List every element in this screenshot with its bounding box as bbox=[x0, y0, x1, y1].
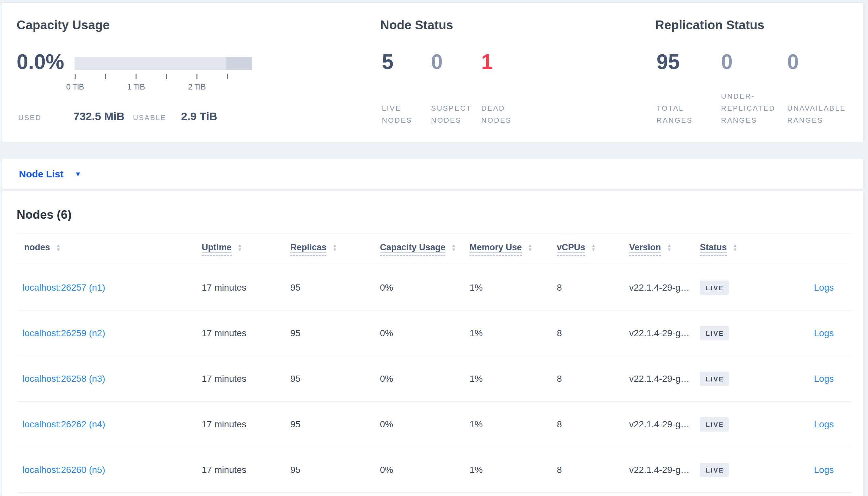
node-link[interactable]: localhost:26260 (n5) bbox=[23, 465, 105, 475]
logs-link[interactable]: Logs bbox=[814, 328, 834, 339]
column-header-memory-use[interactable]: Memory Use ▲▼ bbox=[469, 243, 533, 256]
label-line: TOTAL bbox=[657, 102, 693, 114]
node-link[interactable]: localhost:26257 (n1) bbox=[23, 282, 105, 293]
gauge-tail-segment bbox=[226, 57, 252, 70]
status-badge: LIVE bbox=[700, 326, 729, 340]
label-line: NODES bbox=[431, 114, 472, 126]
uptime-cell: 17 minutes bbox=[202, 328, 246, 339]
memory-use-cell: 1% bbox=[469, 328, 482, 339]
column-header-version[interactable]: Version ▲▼ bbox=[629, 243, 672, 256]
cluster-overview-page: { "colors": { "page_background": "#eef1f… bbox=[0, 0, 868, 496]
node-status-title: Node Status bbox=[380, 18, 453, 32]
table-row: localhost:26257 (n1) 17 minutes 95 0% 1%… bbox=[2, 265, 864, 310]
column-header-vcpus[interactable]: vCPUs ▲▼ bbox=[557, 243, 596, 256]
uptime-cell: 17 minutes bbox=[202, 419, 246, 430]
replicas-cell: 95 bbox=[290, 282, 300, 293]
gauge-track bbox=[75, 57, 252, 70]
gauge-tick-label: 2 TiB bbox=[188, 82, 206, 91]
column-header-capacity-usage[interactable]: Capacity Usage ▲▼ bbox=[380, 243, 456, 256]
label-line: RANGES bbox=[657, 114, 693, 126]
cluster-summary-panel: Capacity Usage 0.0% 0 TiB 1 TiB 2 TiB US… bbox=[2, 2, 864, 142]
column-header-uptime[interactable]: Uptime ▲▼ bbox=[202, 243, 242, 256]
status-badge: LIVE bbox=[700, 372, 729, 386]
memory-use-cell: 1% bbox=[469, 282, 482, 293]
label-line: NODES bbox=[382, 114, 412, 126]
capacity-usage-cell: 0% bbox=[380, 282, 393, 293]
total-ranges-label: TOTAL RANGES bbox=[657, 102, 693, 126]
table-row: localhost:26260 (n5) 17 minutes 95 0% 1%… bbox=[2, 447, 864, 493]
sort-icon: ▲▼ bbox=[451, 243, 456, 252]
uptime-cell: 17 minutes bbox=[202, 465, 246, 475]
uptime-cell: 17 minutes bbox=[202, 374, 246, 384]
sort-icon: ▲▼ bbox=[591, 243, 596, 252]
sort-icon: ▲▼ bbox=[667, 243, 672, 252]
used-label: USED bbox=[18, 113, 41, 122]
column-header-nodes[interactable]: nodes ▲▼ bbox=[24, 243, 61, 252]
replicas-cell: 95 bbox=[290, 419, 300, 430]
view-selector-label: Node List bbox=[19, 169, 63, 180]
memory-use-cell: 1% bbox=[469, 419, 482, 430]
nodes-table-heading: Nodes (6) bbox=[17, 208, 72, 222]
logs-link[interactable]: Logs bbox=[814, 419, 834, 430]
view-selector-dropdown[interactable]: Node List ▼ bbox=[19, 169, 81, 180]
label-line: UNAVAILABLE bbox=[787, 102, 846, 114]
node-link[interactable]: localhost:26259 (n2) bbox=[23, 328, 105, 339]
memory-use-cell: 1% bbox=[469, 465, 482, 475]
logs-link[interactable]: Logs bbox=[814, 374, 834, 384]
capacity-usage-summary: USED 732.5 MiB USABLE 2.9 TiB bbox=[18, 110, 217, 123]
label-line: RANGES bbox=[787, 114, 846, 126]
label-line: RANGES bbox=[721, 114, 776, 126]
divider bbox=[18, 233, 852, 233]
suspect-nodes-label: SUSPECT NODES bbox=[431, 102, 472, 126]
label-line: DEAD bbox=[481, 102, 511, 114]
gauge-tick bbox=[196, 74, 197, 79]
replicas-cell: 95 bbox=[290, 465, 300, 475]
version-cell: v22.1.4-29-g… bbox=[629, 328, 689, 339]
under-replicated-ranges-count: 0 bbox=[721, 51, 733, 72]
suspect-nodes-count: 0 bbox=[431, 51, 443, 72]
replicas-cell: 95 bbox=[290, 328, 300, 339]
vcpus-cell: 8 bbox=[557, 282, 562, 293]
uptime-cell: 17 minutes bbox=[202, 282, 246, 293]
column-header-label: Replicas bbox=[290, 243, 327, 252]
vcpus-cell: 8 bbox=[557, 328, 562, 339]
label-line: REPLICATED bbox=[721, 102, 776, 114]
header-underline: Status bbox=[700, 243, 727, 256]
logs-link[interactable]: Logs bbox=[814, 465, 834, 475]
sort-icon: ▲▼ bbox=[238, 243, 242, 252]
version-cell: v22.1.4-29-g… bbox=[629, 282, 689, 293]
column-header-label: Uptime bbox=[202, 243, 232, 252]
logs-link[interactable]: Logs bbox=[814, 282, 834, 293]
dead-nodes-label: DEAD NODES bbox=[481, 102, 511, 126]
column-header-label: Status bbox=[700, 243, 727, 252]
unavailable-ranges-label: UNAVAILABLE RANGES bbox=[787, 102, 846, 126]
used-value: 732.5 MiB bbox=[73, 110, 124, 123]
header-underline: vCPUs bbox=[557, 243, 585, 256]
column-header-status[interactable]: Status ▲▼ bbox=[700, 243, 737, 256]
gauge-tick bbox=[105, 74, 106, 79]
total-ranges-count: 95 bbox=[657, 51, 680, 72]
header-underline: Uptime bbox=[202, 243, 232, 256]
vcpus-cell: 8 bbox=[557, 465, 562, 475]
gauge-tick bbox=[227, 74, 228, 79]
column-header-label: nodes bbox=[24, 243, 50, 252]
version-cell: v22.1.4-29-g… bbox=[629, 374, 689, 384]
version-cell: v22.1.4-29-g… bbox=[629, 465, 689, 475]
capacity-usage-title: Capacity Usage bbox=[17, 18, 110, 32]
gauge-tick bbox=[75, 74, 76, 79]
header-underline: Version bbox=[629, 243, 661, 256]
gauge-tick bbox=[136, 74, 136, 79]
header-underline: Capacity Usage bbox=[380, 243, 445, 256]
vcpus-cell: 8 bbox=[557, 419, 562, 430]
node-link[interactable]: localhost:26262 (n4) bbox=[23, 419, 105, 430]
live-nodes-label: LIVE NODES bbox=[382, 102, 412, 126]
unavailable-ranges-count: 0 bbox=[787, 51, 799, 72]
table-row: localhost:26259 (n2) 17 minutes 95 0% 1%… bbox=[2, 310, 864, 356]
status-badge: LIVE bbox=[700, 281, 729, 295]
capacity-usage-cell: 0% bbox=[380, 374, 393, 384]
node-link[interactable]: localhost:26258 (n3) bbox=[23, 374, 105, 384]
label-line: NODES bbox=[481, 114, 511, 126]
sort-icon: ▲▼ bbox=[733, 243, 738, 252]
table-row: localhost:26258 (n3) 17 minutes 95 0% 1%… bbox=[2, 356, 864, 402]
column-header-replicas[interactable]: Replicas ▲▼ bbox=[290, 243, 337, 256]
